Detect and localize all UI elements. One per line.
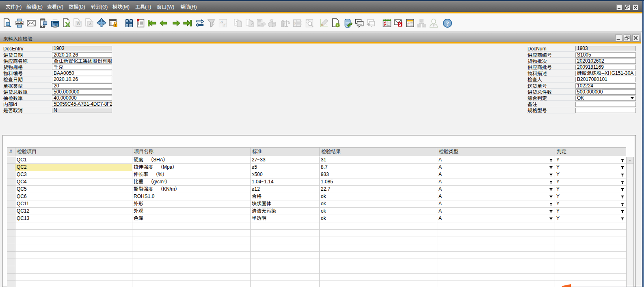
svg-text:Z: Z	[223, 23, 226, 27]
svg-text:T: T	[115, 24, 116, 27]
svg-text:A: A	[220, 20, 223, 24]
svg-text:$: $	[294, 21, 296, 25]
svg-text:?: ?	[446, 20, 449, 27]
svg-text:W: W	[77, 22, 81, 26]
